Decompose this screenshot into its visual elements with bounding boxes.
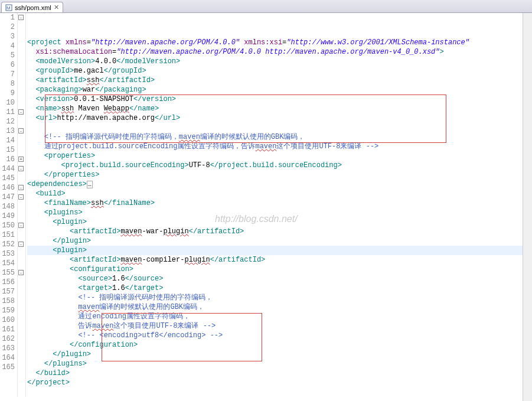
code-line[interactable]: <project xmlns="http://maven.apache.org/… (27, 38, 532, 47)
line-number: 154 (0, 259, 15, 268)
code-line[interactable]: maven编译的时候默认使用的GBK编码， (27, 302, 532, 312)
line-number: 152 (0, 240, 15, 249)
line-number: 4 (0, 41, 15, 51)
code-line[interactable]: <build> (27, 189, 532, 198)
line-number: 163 (0, 344, 15, 353)
code-line[interactable]: <!-- 指明编译源代码时使用的字符编码， (27, 293, 532, 302)
code-line[interactable]: </project> (27, 378, 532, 387)
code-line[interactable]: 通过project.build.sourceEncoding属性设置字符编码，告… (27, 142, 532, 151)
code-line[interactable]: </properties> (27, 170, 532, 180)
line-number: 164 (0, 353, 15, 363)
line-number: 7 (0, 70, 15, 79)
line-number: 151 (0, 230, 15, 240)
fold-toggle[interactable]: - (18, 242, 24, 247)
line-number: 14 (0, 136, 15, 145)
line-number: 8 (0, 79, 15, 89)
line-number: 1 (0, 13, 15, 22)
fold-toggle[interactable]: - (18, 15, 24, 20)
line-number: 145 (0, 174, 15, 183)
line-number: 149 (0, 211, 15, 221)
code-line[interactable] (27, 123, 532, 132)
line-number-gutter: 1234567891011121314151614414514614714814… (0, 13, 18, 397)
line-number: 153 (0, 249, 15, 259)
line-number: 147 (0, 193, 15, 202)
line-number: 157 (0, 287, 15, 296)
code-line[interactable]: <packaging>war</packaging> (27, 85, 532, 94)
code-line[interactable]: <artifactId>ssh</artifactId> (27, 76, 532, 85)
line-number: 16 (0, 155, 15, 164)
code-line[interactable]: </plugin> (27, 236, 532, 246)
close-icon[interactable]: ✕ (54, 4, 59, 11)
line-number: 13 (0, 126, 15, 136)
line-number: 165 (0, 363, 15, 372)
line-number: 11 (0, 107, 15, 117)
fold-toggle[interactable]: - (18, 109, 24, 115)
fold-toggle[interactable]: - (18, 185, 24, 190)
xml-file-icon: M (5, 4, 12, 11)
code-line[interactable]: <plugins> (27, 208, 532, 217)
code-line[interactable]: <url>http://maven.apache.org</url> (27, 113, 532, 123)
code-line[interactable]: </configuration> (27, 340, 532, 350)
line-number: 3 (0, 32, 15, 41)
code-line[interactable]: </plugin> (27, 350, 532, 359)
code-line[interactable]: <groupId>me.gacl</groupId> (27, 66, 532, 76)
code-line[interactable]: <finalName>ssh</finalName> (27, 198, 532, 208)
svg-text:M: M (6, 5, 11, 11)
line-number: 148 (0, 202, 15, 211)
line-number: 15 (0, 145, 15, 155)
code-line[interactable]: <version>0.0.1-SNAPSHOT</version> (27, 94, 532, 104)
code-line[interactable]: <source>1.6</source> (27, 274, 532, 283)
code-line[interactable]: <!-- 指明编译源代码时使用的字符编码，maven编译的时候默认使用的GBK编… (27, 132, 532, 142)
fold-toggle[interactable]: - (18, 270, 24, 275)
code-line[interactable]: <name>ssh Maven Webapp</name> (27, 104, 532, 113)
line-number: 159 (0, 306, 15, 315)
code-line[interactable]: <modelVersion>4.0.0</modelVersion> (27, 57, 532, 66)
code-line[interactable]: 通过encoding属性设置字符编码， (27, 312, 532, 321)
line-number: 6 (0, 60, 15, 70)
fold-toggle[interactable]: - (18, 128, 24, 133)
line-number: 146 (0, 183, 15, 193)
line-number: 9 (0, 89, 15, 98)
code-line[interactable]: <plugin> (27, 246, 532, 255)
code-line[interactable]: 告诉maven这个项目使用UTF-8来编译 --> (27, 321, 532, 331)
line-number: 144 (0, 164, 15, 174)
tab-bar: M ssh/pom.xml ✕ (0, 0, 532, 13)
code-area[interactable]: http://blog.csdn.net/ <project xmlns="ht… (26, 13, 532, 397)
tab-title: ssh/pom.xml (15, 4, 51, 11)
fold-toggle[interactable]: - (18, 194, 24, 200)
code-line[interactable]: </build> (27, 369, 532, 378)
code-line[interactable]: <artifactId>maven-war-plugin</artifactId… (27, 227, 532, 236)
fold-toggle[interactable]: + (18, 157, 24, 162)
code-line[interactable]: <!-- <encoding>utf8</encoding> --> (27, 331, 532, 340)
line-number: 155 (0, 268, 15, 278)
code-line[interactable]: <properties> (27, 151, 532, 161)
code-line[interactable] (27, 387, 532, 397)
fold-toggle[interactable]: - (18, 166, 24, 171)
code-line[interactable]: <plugin> (27, 217, 532, 227)
code-line[interactable]: </plugins> (27, 359, 532, 369)
line-number: 5 (0, 51, 15, 60)
line-number: 160 (0, 315, 15, 325)
code-line[interactable]: <project.build.sourceEncoding>UTF-8</pro… (27, 161, 532, 170)
line-number: 10 (0, 98, 15, 107)
code-line[interactable]: xsi:schemaLocation="http://maven.apache.… (27, 47, 532, 57)
line-number: 161 (0, 325, 15, 334)
line-number: 12 (0, 117, 15, 126)
editor-tab[interactable]: M ssh/pom.xml ✕ (1, 2, 63, 12)
fold-gutter: ---+------ (18, 13, 26, 397)
code-line[interactable]: <artifactId>maven-compiler-plugin</artif… (27, 255, 532, 265)
fold-toggle[interactable]: - (18, 223, 24, 228)
line-number: 162 (0, 334, 15, 344)
line-number: 158 (0, 296, 15, 306)
line-number: 150 (0, 221, 15, 230)
code-line[interactable]: <dependencies>… (27, 180, 532, 189)
code-line[interactable]: <target>1.6</target> (27, 283, 532, 293)
code-line[interactable]: <configuration> (27, 265, 532, 274)
line-number: 156 (0, 278, 15, 287)
vertical-scrollbar[interactable] (523, 13, 532, 397)
code-editor[interactable]: 1234567891011121314151614414514614714814… (0, 13, 532, 397)
line-number: 2 (0, 22, 15, 32)
